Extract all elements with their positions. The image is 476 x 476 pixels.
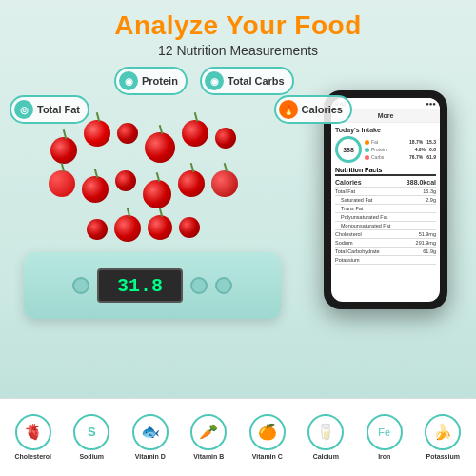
sodium-icon: S [73,414,109,450]
calcium-icon: 🥛 [307,414,344,450]
nf-calories-value: 388.0kcal [407,179,436,186]
calories-label: Calories [302,104,343,115]
carbs-label: Carbs [371,154,388,160]
tag-total-carbs: ◉ Total Carbs [200,67,294,95]
protein-label2: Protein [371,147,388,152]
main-title: Analyze Your Food [10,11,466,41]
macro-protein-row: Protein 4.6% 0.8 [365,147,436,152]
total-carbs-label: Total Carbs [228,75,285,87]
scale-unit-button[interactable] [190,277,208,294]
fat-label: Fat [371,139,388,145]
nf-satfat-label: Saturated Fat [341,197,372,203]
nutrition-facts: Nutrition Facts Calories 388.0kcal Total… [335,167,436,265]
phone-signal: ●●● [426,101,436,107]
protein-pct: 4.6% [415,147,426,152]
potassium-icon: 🍌 [425,414,461,450]
icon-vitamin-d: 🐟 Vitamin D [121,414,180,461]
carbs-pct: 76.7% [409,154,423,160]
scale-area: 31.8 [10,100,295,319]
macro-fat-row: Fat 18.7% 15.3 [365,139,436,145]
header: Analyze Your Food 12 Nutrition Measureme… [0,0,476,62]
calorie-circle: 388 [335,136,362,163]
potassium-label: Potassium [426,453,460,461]
icon-vitamin-b: 🥕 Vitamin B [180,414,239,461]
phone-header-label: More [378,112,394,119]
vitamin-c-icon: 🍊 [249,414,286,450]
scale-power-button[interactable] [72,277,89,294]
nf-cholesterol: Cholesterol 51.9mg [335,230,436,239]
scale-tare-button[interactable] [215,277,232,294]
nf-totalfat-val: 15.3g [423,188,436,194]
macro-bars: Fat 18.7% 15.3 Protein 4.6% 0.8 [365,139,436,160]
vitamin-b-icon: 🥕 [190,414,227,450]
nf-potassium-label: Potassium [335,257,360,263]
fat-pct: 18.7% [409,139,423,145]
nf-satfat-val: 2.9g [426,197,436,203]
carbs-val: 61.9 [426,154,436,160]
intake-section: Today's Intake 388 Fat 18.7% [335,127,436,163]
tag-calories: 🔥 Calories [274,95,352,124]
calories-icon: 🔥 [279,100,298,119]
nf-totalcarb-label: Total Carbohydrate [335,248,379,254]
protein-dot [365,148,369,152]
nf-polyfat: Polyunsaturated Fat [335,213,436,222]
cherries [38,109,248,252]
nf-sodium-val: 291.9mg [416,240,436,246]
protein-val: 0.8 [429,147,436,152]
macro-carbs-row: Carbs 76.7% 61.9 [365,154,436,160]
nf-monofat-label: Monounsaturated Fat [341,223,390,228]
nf-potassium: Potassium [335,256,436,265]
vitamin-d-icon: 🐟 [132,414,169,450]
nf-transfat: Trans Fat [335,205,436,213]
scale-body: 31.8 [24,252,281,319]
nf-sodium-label: Sodium [335,240,353,246]
iron-label: Iron [378,453,390,461]
icon-calcium: 🥛 Calcium [297,414,356,461]
nf-chol-label: Cholesterol [335,231,362,237]
icon-sodium: S Sodium [63,414,122,461]
nf-totalcarb-val: 61.9g [423,248,436,254]
nf-sodium: Sodium 291.9mg [335,239,436,248]
icon-cholesterol: 🫀 Cholesterol [4,414,63,461]
nf-monofat: Monounsaturated Fat [335,222,436,230]
icon-potassium: 🍌 Potassium [414,414,473,461]
icon-iron: Fe Iron [355,414,414,461]
total-carbs-icon: ◉ [205,71,224,90]
protein-label: Protein [142,75,178,87]
calorie-value: 388 [343,147,354,153]
vitamin-b-label: Vitamin B [193,453,224,461]
nf-totalfat: Total Fat 15.3g [335,188,436,196]
phone-screen: 9:41 ●●● More Today's Intake [331,98,440,302]
main-container: Analyze Your Food 12 Nutrition Measureme… [0,0,476,476]
nf-satfat: Saturated Fat 2.9g [335,196,436,205]
phone: 9:41 ●●● More Today's Intake [324,90,447,309]
icon-vitamin-c: 🍊 Vitamin C [238,414,297,461]
subtitle: 12 Nutrition Measurements [10,43,466,58]
nf-polyfat-label: Polyunsaturated Fat [341,214,387,220]
fat-val: 15.3 [426,139,436,145]
phone-content: Today's Intake 388 Fat 18.7% [331,123,440,302]
cholesterol-icon: 🫀 [15,414,51,450]
nf-title: Nutrition Facts [335,167,436,176]
intake-row: 388 Fat 18.7% 15.3 [335,136,436,163]
tag-protein: ◉ Protein [114,67,188,95]
nf-totalfat-label: Total Fat [335,188,355,194]
nf-totalcarb: Total Carbohydrate 61.9g [335,248,436,256]
carbs-dot [365,155,369,160]
vitamin-c-label: Vitamin C [252,453,283,461]
phone-container: 9:41 ●●● More Today's Intake [324,90,447,309]
protein-icon: ◉ [119,71,138,90]
total-fat-label: Total Fat [37,104,80,115]
total-fat-icon: ◎ [14,100,33,119]
fat-dot [365,140,369,145]
intake-title: Today's Intake [335,127,436,133]
nf-calories-row: Calories 388.0kcal [335,178,436,188]
vitamin-d-label: Vitamin D [135,453,166,461]
sodium-label: Sodium [79,453,104,461]
nf-calories-label: Calories [335,179,362,186]
iron-icon: Fe [367,414,403,450]
scale-display: 31.8 [97,268,183,303]
bottom-icons-bar: 🫀 Cholesterol S Sodium 🐟 Vitamin D 🥕 Vit… [0,398,476,476]
calcium-label: Calcium [313,453,339,461]
cholesterol-label: Cholesterol [14,453,51,461]
